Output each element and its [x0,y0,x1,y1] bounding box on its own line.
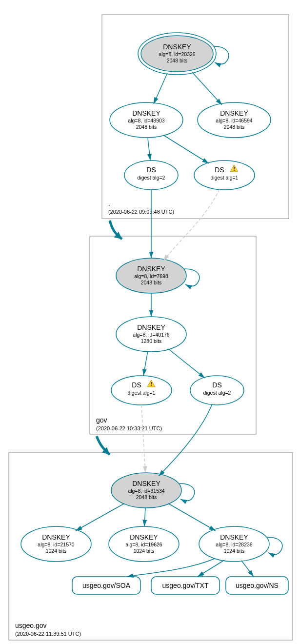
node-gov-ds2-title: DS [212,381,221,389]
node-gov-ds2: DS digest alg=2 [190,376,244,405]
zone-gov-date: (2020-06-22 10:33:21 UTC) [96,425,162,431]
node-root-zsk1-line1: alg=8, id=48903 [128,118,164,123]
node-root-ksk-line2: 2048 bits [167,58,188,63]
node-usgeo-zskc-line2: 1024 bits [224,548,245,554]
edge-usgeo-ksk-zska [76,503,124,531]
edge-root-ksk-zsk2 [192,72,222,105]
node-root-ds2-line1: digest alg=2 [138,175,165,181]
node-root-ksk: DNSKEY alg=8, id=20326 2048 bits [138,33,216,75]
edge-root-ds1-gov-ksk [163,189,219,261]
node-gov-ksk-line1: alg=8, id=7698 [134,273,168,279]
node-root-ds1-title: DS [215,166,224,174]
edge-gov-ds2-usgeo-ksk [159,404,212,476]
node-usgeo-zskb-line2: 1024 bits [134,548,155,554]
zone-usgeo-label: usgeo.gov [15,622,47,629]
edge-usgeo-zskc-self [267,537,282,555]
edge-usgeo-ksk-zskb [144,508,145,526]
rr-txt: usgeo.gov/TXT [151,577,219,594]
rr-txt-text: usgeo.gov/TXT [162,582,209,589]
node-gov-ds1-line1: digest alg=1 [128,390,156,396]
node-usgeo-zska-title: DNSKEY [42,533,70,541]
node-usgeo-ksk-title: DNSKEY [132,480,160,487]
node-root-zsk2: DNSKEY alg=8, id=46594 2048 bits [198,102,271,138]
node-gov-zsk-line1: alg=8, id=40176 [133,332,169,338]
edge-gov-ds1-usgeo-ksk [141,405,145,473]
node-usgeo-ksk: DNSKEY alg=8, id=31534 2048 bits [111,473,181,508]
edge-gov-zsk-ds1 [143,351,148,376]
rr-ns-text: usgeo.gov/NS [236,582,279,589]
node-usgeo-zskb-title: DNSKEY [130,533,158,541]
node-gov-ksk: DNSKEY alg=8, id=7698 2048 bits [116,258,186,293]
node-root-ds1-line1: digest alg=1 [211,175,239,181]
node-usgeo-zska-line1: alg=8, id=21570 [38,542,74,547]
node-usgeo-zskc-title: DNSKEY [220,533,248,541]
node-root-ds2: DS digest alg=2 [124,161,178,190]
node-usgeo-zskc-line1: alg=8, id=28236 [216,542,252,547]
edge-usgeo-ksk-zskc [168,503,216,531]
zone-root-date: (2020-06-22 09:03:48 UTC) [108,209,174,215]
node-gov-ds2-line1: digest alg=2 [203,390,231,396]
svg-text:!: ! [233,166,235,172]
node-gov-zsk: DNSKEY alg=8, id=40176 1280 bits [116,317,186,352]
edge-usgeo-ksk-self [179,483,195,501]
edge-root-zsk1-ds1 [163,135,209,163]
edge-usgeo-zskc-ns [241,561,254,577]
node-usgeo-zsk-a: DNSKEY alg=8, id=21570 1024 bits [21,526,91,562]
zone-gov-label: gov [96,416,107,424]
node-root-ds2-title: DS [146,166,156,174]
edge-gov-zsk-ds2 [168,349,205,378]
node-root-ds1: DS digest alg=1 ! [194,161,255,190]
edge-gov-ksk-self [184,269,199,286]
node-usgeo-ksk-line1: alg=8, id=31534 [128,488,164,494]
rr-soa: usgeo.gov/SOA [72,577,140,594]
edge-root-zsk1-ds2 [148,138,150,161]
node-usgeo-zsk-c: DNSKEY alg=8, id=28236 1024 bits [199,526,269,562]
rr-ns: usgeo.gov/NS [226,577,288,594]
node-usgeo-zsk-b: DNSKEY alg=8, id=19626 1024 bits [109,526,179,562]
node-root-zsk1-line2: 2048 bits [136,124,157,130]
node-gov-ksk-title: DNSKEY [137,265,165,273]
edge-usgeo-zskc-txt [198,560,224,577]
zone-root-label: . [108,200,110,207]
node-usgeo-zska-line2: 1024 bits [46,548,67,554]
node-root-ksk-title: DNSKEY [163,43,191,51]
node-gov-ksk-line2: 2048 bits [141,280,162,285]
node-gov-zsk-title: DNSKEY [137,323,165,331]
rr-soa-text: usgeo.gov/SOA [82,582,131,589]
node-gov-ds1: DS digest alg=1 ! [111,376,172,405]
node-usgeo-zskb-line1: alg=8, id=19626 [125,542,162,547]
edge-gov-to-usgeo-zone [97,436,110,455]
node-root-zsk2-line2: 2048 bits [224,124,245,130]
node-root-zsk1-title: DNSKEY [132,109,160,117]
node-gov-ds1-title: DS [132,381,141,389]
node-usgeo-ksk-line2: 2048 bits [136,494,157,500]
node-gov-zsk-line2: 1280 bits [141,338,162,344]
svg-text:!: ! [150,381,152,387]
zone-usgeo-date: (2020-06-22 11:39:51 UTC) [15,631,81,637]
node-root-zsk2-title: DNSKEY [220,109,248,117]
node-root-zsk2-line1: alg=8, id=46594 [216,118,252,123]
node-root-zsk1: DNSKEY alg=8, id=48903 2048 bits [110,102,183,138]
edge-root-ksk-zsk1 [154,73,167,104]
node-root-ksk-line1: alg=8, id=20326 [159,51,195,57]
